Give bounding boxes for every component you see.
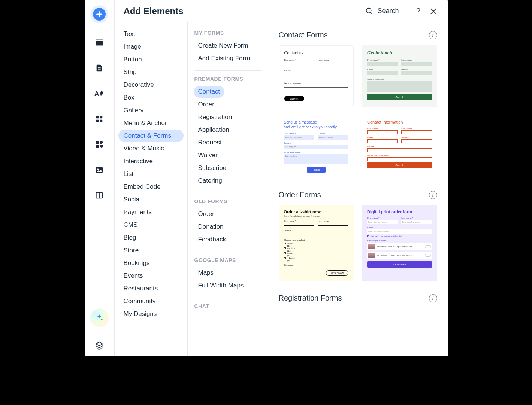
group-label: CHAT	[194, 303, 262, 309]
svg-rect-9	[96, 116, 99, 118]
layers-icon	[95, 341, 104, 350]
svg-rect-7	[98, 69, 100, 70]
group-label: OLD FORMS	[194, 198, 262, 204]
category-item[interactable]: Bookings	[118, 257, 184, 270]
category-item[interactable]: Events	[118, 270, 184, 282]
help-icon: ?	[416, 7, 420, 15]
section-icon[interactable]	[90, 34, 108, 52]
plugins-icon[interactable]	[90, 135, 108, 153]
subcategory-item[interactable]: Full Width Maps	[194, 280, 248, 292]
subcategory-item[interactable]: Order	[194, 208, 219, 220]
category-item[interactable]: Social	[118, 193, 184, 206]
subcategory-item[interactable]: Catering	[194, 175, 227, 187]
category-item[interactable]: Embed Code	[118, 180, 184, 193]
subcategory-item[interactable]: Waiver	[194, 149, 222, 161]
svg-text:A: A	[94, 90, 99, 97]
section-registration-forms: Registration Forms i	[279, 294, 437, 302]
subcategory-item[interactable]: Request	[194, 137, 226, 149]
svg-rect-5	[96, 45, 103, 46]
svg-line-21	[371, 12, 372, 14]
section-order-forms: Order Forms i	[279, 191, 437, 199]
category-item[interactable]: Strip	[118, 66, 184, 79]
category-item[interactable]: Text	[118, 28, 184, 40]
category-item[interactable]: Store	[118, 244, 184, 257]
help-button[interactable]: ?	[413, 6, 424, 16]
category-list: TextImageButtonStripDecorativeBoxGallery…	[115, 22, 188, 356]
svg-rect-19	[100, 195, 102, 198]
info-icon[interactable]: i	[429, 31, 437, 39]
page-icon[interactable]	[90, 59, 108, 77]
category-item[interactable]: Community	[118, 295, 184, 308]
media-icon[interactable]	[90, 161, 108, 179]
svg-rect-17	[100, 193, 102, 195]
svg-point-20	[366, 8, 371, 13]
form-preview-contact-3[interactable]: Send us a messageand we'll get back to y…	[279, 115, 354, 178]
svg-rect-10	[100, 116, 102, 118]
subcategory-item[interactable]: Create New Form	[194, 40, 253, 52]
category-item[interactable]: List	[118, 168, 184, 180]
subcategory-item[interactable]: Order	[194, 98, 219, 110]
apps-icon[interactable]	[90, 110, 108, 128]
info-icon[interactable]: i	[429, 294, 437, 302]
form-preview-order-2[interactable]: Digital print order form First name *Ent…	[362, 205, 437, 281]
preview-area: Contact Forms i Contact us First name *L…	[268, 22, 448, 356]
form-preview-contact-2[interactable]: Get in touch First name *Last name Email…	[362, 45, 437, 107]
svg-rect-12	[100, 120, 102, 122]
category-item[interactable]: CMS	[118, 219, 184, 231]
subcategory-item[interactable]: Add Existing Form	[194, 52, 255, 64]
category-item[interactable]: Decorative	[118, 79, 184, 91]
sparkle-icon	[95, 314, 103, 322]
add-button[interactable]	[90, 5, 108, 23]
form-preview-contact-4[interactable]: Contact information First name *Last nam…	[362, 115, 437, 178]
svg-rect-2	[96, 14, 102, 15]
category-item[interactable]: Box	[118, 91, 184, 104]
panel-header: Add Elements Search ?	[115, 0, 448, 22]
category-item[interactable]: Payments	[118, 206, 184, 219]
plus-icon	[93, 8, 106, 21]
category-item[interactable]: Blog	[118, 231, 184, 244]
form-preview-order-1[interactable]: Order a t-shirt now Get a free delivery …	[279, 205, 354, 281]
search-icon	[365, 7, 374, 15]
form-preview-contact-1[interactable]: Contact us First name *Last name Email *…	[279, 45, 354, 107]
subcategory-item[interactable]: Subscribe	[194, 162, 231, 174]
left-rail: A	[85, 0, 115, 356]
subcategory-item[interactable]: Feedback	[194, 234, 231, 246]
svg-point-14	[97, 168, 99, 170]
subcategory-item[interactable]: Application	[194, 124, 234, 136]
svg-rect-11	[96, 120, 99, 122]
category-item[interactable]: Gallery	[118, 104, 184, 117]
info-icon[interactable]: i	[429, 191, 437, 199]
subcategory-item[interactable]: Donation	[194, 221, 228, 233]
search-button[interactable]: Search	[365, 7, 399, 15]
group-label: PREMADE FORMS	[194, 76, 262, 82]
subcategory-list: MY FORMSCreate New FormAdd Existing Form…	[188, 22, 268, 356]
group-label: MY FORMS	[194, 30, 262, 36]
layers-button[interactable]	[90, 334, 108, 356]
data-icon[interactable]	[90, 186, 108, 204]
category-item[interactable]: Interactive	[118, 155, 184, 168]
close-icon	[430, 8, 437, 15]
category-item[interactable]: Menu & Anchor	[118, 117, 184, 130]
svg-rect-16	[97, 193, 99, 195]
svg-rect-18	[97, 195, 99, 198]
subcategory-item[interactable]: Registration	[194, 111, 237, 123]
svg-rect-6	[98, 67, 100, 68]
category-item[interactable]: Restaurants	[118, 282, 184, 295]
add-elements-panel: A Add Elements Search	[85, 0, 448, 356]
subcategory-item[interactable]: Contact	[194, 86, 225, 98]
svg-rect-3	[96, 41, 103, 45]
category-item[interactable]: Image	[118, 40, 184, 53]
close-button[interactable]	[428, 6, 439, 16]
svg-rect-4	[96, 39, 103, 40]
category-item[interactable]: Contact & Forms	[118, 130, 184, 142]
group-label: GOOGLE MAPS	[194, 257, 262, 263]
category-item[interactable]: Video & Music	[118, 142, 184, 155]
panel-title: Add Elements	[124, 6, 184, 16]
category-item[interactable]: My Designs	[118, 308, 184, 320]
category-item[interactable]: Button	[118, 53, 184, 66]
design-icon[interactable]: A	[90, 85, 108, 103]
subcategory-item[interactable]: Maps	[194, 267, 218, 279]
ai-button[interactable]	[90, 308, 109, 327]
section-contact-forms: Contact Forms i	[279, 31, 437, 39]
